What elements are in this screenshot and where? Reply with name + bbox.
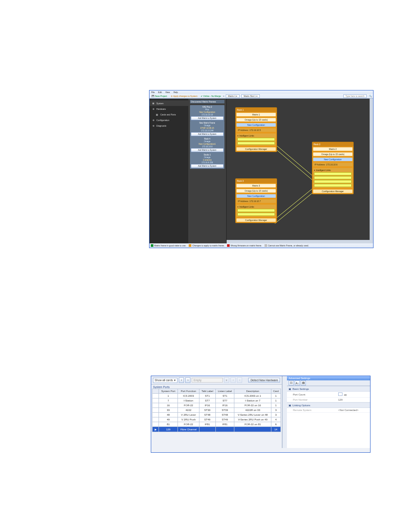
configuration-manager-button[interactable]: Configuration Manager xyxy=(237,218,276,222)
sidebar-item-hardware[interactable]: ⚙Hardware xyxy=(149,106,188,112)
detect-hardware-button[interactable]: Detect New Hardware xyxy=(248,378,280,383)
group-linking-options[interactable]: ▣Linking Options xyxy=(287,402,370,408)
panel-title: Discovered Matrix Frames xyxy=(190,100,224,103)
prop-port-count[interactable]: Port Count48 xyxy=(287,392,370,398)
menu-file[interactable]: File xyxy=(151,91,155,93)
col-system-port[interactable]: System Port xyxy=(159,389,178,394)
row-selector[interactable] xyxy=(153,398,159,403)
rack-node-2[interactable]: Rack 2 Matrix 2 Omega (Up to 15 cards) N… xyxy=(312,142,354,194)
layout-canvas[interactable]: Rack 1 Matrix 1 Omega (Up to 15 cards) N… xyxy=(227,99,373,243)
intelligent-links[interactable]: ▾ Intelligent Links xyxy=(313,168,352,188)
add-matrix-button[interactable]: Add Matrix to System xyxy=(191,132,224,136)
col-description[interactable]: Description xyxy=(234,389,271,394)
configuration-name[interactable]: New Configuration xyxy=(237,123,276,127)
chevron-down-icon: ▾ xyxy=(174,379,176,382)
rack-title: Rack 3 xyxy=(236,179,277,183)
legend-changes: Changes to apply to matrix frame. xyxy=(189,244,224,247)
sidebar: 🖥System ⚙Hardware ▦Cards and Ports ⚙Conf… xyxy=(149,99,188,243)
collapse-icon: ▣ xyxy=(289,387,291,390)
system-ports-table: System Port Port Function Talk Label Lis… xyxy=(152,389,281,432)
search-input[interactable]: Type here to search xyxy=(343,94,367,98)
configuration-name[interactable]: New Configuration xyxy=(313,158,352,161)
discovered-frame[interactable]: IVIE Pico 2PicoNew Configuration172.16.1… xyxy=(190,105,224,121)
row-selector[interactable] xyxy=(153,417,159,422)
properties-panel: Advanced Settings ☷ A↓ ▤ ▣Basic Settings… xyxy=(287,376,370,448)
sidebar-item-system[interactable]: 🖥System xyxy=(149,100,188,106)
discovered-frames-panel: Discovered Matrix Frames IVIE Pico 2Pico… xyxy=(188,99,227,243)
discovered-frame[interactable]: Studio 1Omega2 antenna172.16.9.236Add Ma… xyxy=(190,153,224,169)
sidebar-item-cards-ports[interactable]: ▦Cards and Ports xyxy=(149,112,188,117)
table-row[interactable]: 7I-StationST7ST7I-Station on 71 xyxy=(153,398,281,403)
link-slot[interactable] xyxy=(237,213,275,216)
search-icon[interactable]: 🔍 xyxy=(369,95,372,97)
tab-system-ports[interactable]: System Ports xyxy=(151,385,282,389)
table-row[interactable]: ▶129Fibre Channel14 xyxy=(153,427,281,432)
menubar: File Edit View Help xyxy=(149,90,373,94)
empty-dropdown[interactable]: Empty xyxy=(192,378,223,383)
intelligent-links[interactable]: ▾ Intelligent Links xyxy=(237,134,276,146)
link-slot[interactable] xyxy=(314,184,352,187)
prop-port-number: Port Number129 xyxy=(287,398,370,402)
system-icon: 🖥 xyxy=(152,102,155,105)
save-project-button[interactable]: 💾 Save Project xyxy=(151,95,168,97)
row-selector[interactable] xyxy=(153,408,159,413)
table-row[interactable]: 48V 2RU LeverST48ST48V-Series 2RU Lever … xyxy=(153,413,281,417)
menu-view[interactable]: View xyxy=(165,91,170,93)
add-matrix-button[interactable]: Add Matrix to System xyxy=(191,164,224,168)
categorize-icon[interactable]: ☷ xyxy=(289,380,294,386)
row-selector[interactable] xyxy=(153,394,159,398)
row-selector[interactable]: ▶ xyxy=(153,427,159,432)
table-row[interactable]: 1ICS 2003ST1ST1ICS-2003 on 11 xyxy=(153,394,281,398)
apply-changes-button[interactable]: ⭘ Apply changes to System xyxy=(170,95,199,97)
prev-button-disabled: ‹ xyxy=(230,377,236,383)
group-basic-settings[interactable]: ▣Basic Settings xyxy=(287,386,370,392)
rack-node-1[interactable]: Rack 1 Matrix 1 Omega (Up to 15 cards) N… xyxy=(235,107,277,152)
configuration-manager-button[interactable]: Configuration Manager xyxy=(237,147,276,151)
row-selector[interactable] xyxy=(153,422,159,427)
sidebar-item-diagnostic[interactable]: ⚙Diagnostic xyxy=(149,123,188,128)
col-listen-label[interactable]: Listen Label xyxy=(215,389,234,394)
link-slot[interactable] xyxy=(314,176,352,179)
horizontal-scrollbar[interactable] xyxy=(227,240,373,243)
rack-node-3[interactable]: Rack 3 Matrix 3 Omega (Up to 15 cards) N… xyxy=(235,178,277,223)
sort-icon[interactable]: A↓ xyxy=(295,380,300,386)
link-slot[interactable] xyxy=(314,180,352,183)
table-row[interactable]: 334222ST33ST334222R on 333 xyxy=(153,408,281,413)
slot-dropdown[interactable]: Matrix Slot 1 ▾ xyxy=(241,94,259,98)
configuration-manager-button[interactable]: Configuration Manager xyxy=(313,190,352,193)
link-slot[interactable] xyxy=(237,209,275,212)
sidebar-item-configuration[interactable]: ⚙Configuration xyxy=(149,117,188,123)
row-selector[interactable] xyxy=(153,413,159,417)
col-talk-label[interactable]: Talk Label xyxy=(199,389,215,394)
cards-icon: ▦ xyxy=(156,113,159,116)
menu-edit[interactable]: Edit xyxy=(158,91,162,93)
toolbar: 💾 Save Project ⭘ Apply changes to System… xyxy=(149,94,373,99)
menu-help[interactable]: Help xyxy=(173,91,177,93)
matrix-type: Omega (Up to 15 cards) xyxy=(237,189,276,193)
discovered-frame[interactable]: New Matrix FrameOmegaDTMF 12-09-15172.16… xyxy=(190,121,224,137)
intelligent-links[interactable]: ▾ Intelligent Links xyxy=(237,205,276,217)
expand-icon[interactable]: ▤ xyxy=(301,380,306,386)
add-matrix-button[interactable]: Add Matrix to System xyxy=(191,148,224,152)
next-button[interactable]: › xyxy=(185,377,190,383)
vertical-scrollbar[interactable] xyxy=(282,376,287,448)
gear-icon: ⚙ xyxy=(152,124,155,127)
col-port-function[interactable]: Port Function xyxy=(178,389,199,394)
prev-button[interactable]: ‹ xyxy=(179,377,184,383)
table-row[interactable]: 81FOR-22IF81IF81FOR-22 on 816 xyxy=(153,422,281,427)
add-matrix-button[interactable]: Add Matrix to System xyxy=(191,116,224,120)
link-slot[interactable] xyxy=(314,172,352,175)
table-row[interactable]: 16FOR-22IF16IF16FOR-22 on 161 xyxy=(153,403,281,408)
chevron-down-icon: ▾ xyxy=(314,169,315,171)
vertical-scrollbar[interactable] xyxy=(370,99,373,240)
configuration-name[interactable]: New Configuration xyxy=(237,194,276,198)
row-selector[interactable] xyxy=(153,403,159,408)
matrix-dropdown[interactable]: Matrix 1 ▾ xyxy=(226,94,240,98)
chevron-down-icon: ▾ xyxy=(237,134,239,137)
col-card[interactable]: Card xyxy=(271,389,280,394)
discovered-frame[interactable]: Rack 4OmegaNew Configuration1172.16.10.8… xyxy=(190,137,224,153)
card-filter-dropdown[interactable]: Show all cards▾ xyxy=(153,378,177,383)
table-row[interactable]: 49V 2RU PushST49ST49V-Series 2RU Push on… xyxy=(153,417,281,422)
link-slot[interactable] xyxy=(237,142,275,145)
link-slot[interactable] xyxy=(237,138,275,141)
